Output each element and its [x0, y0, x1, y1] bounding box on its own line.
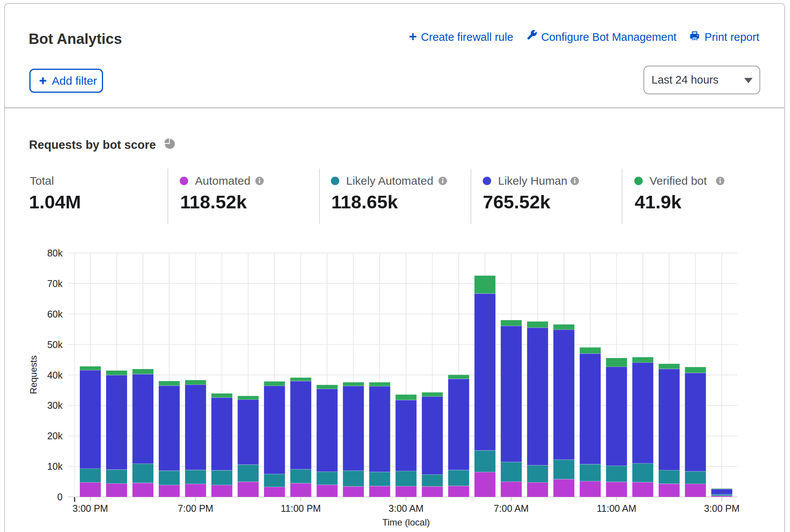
svg-text:70k: 70k: [47, 278, 63, 289]
svg-text:60k: 60k: [47, 309, 63, 319]
svg-text:3:00 PM: 3:00 PM: [704, 503, 740, 514]
svg-text:11:00 PM: 11:00 PM: [281, 503, 321, 514]
svg-text:11:00 AM: 11:00 AM: [597, 503, 637, 514]
svg-text:40k: 40k: [47, 370, 63, 380]
svg-text:3:00 PM: 3:00 PM: [73, 503, 108, 514]
svg-text:3:00 AM: 3:00 AM: [389, 503, 424, 514]
svg-text:Time (local): Time (local): [382, 517, 430, 527]
svg-text:7:00 PM: 7:00 PM: [178, 503, 213, 514]
svg-text:Requests: Requests: [28, 355, 39, 394]
svg-text:10k: 10k: [47, 461, 63, 472]
svg-text:20k: 20k: [47, 430, 63, 441]
svg-text:80k: 80k: [47, 248, 63, 258]
svg-text:50k: 50k: [47, 339, 63, 350]
svg-text:7:00 AM: 7:00 AM: [494, 503, 529, 514]
svg-text:30k: 30k: [47, 400, 63, 411]
svg-text:0: 0: [57, 492, 63, 502]
